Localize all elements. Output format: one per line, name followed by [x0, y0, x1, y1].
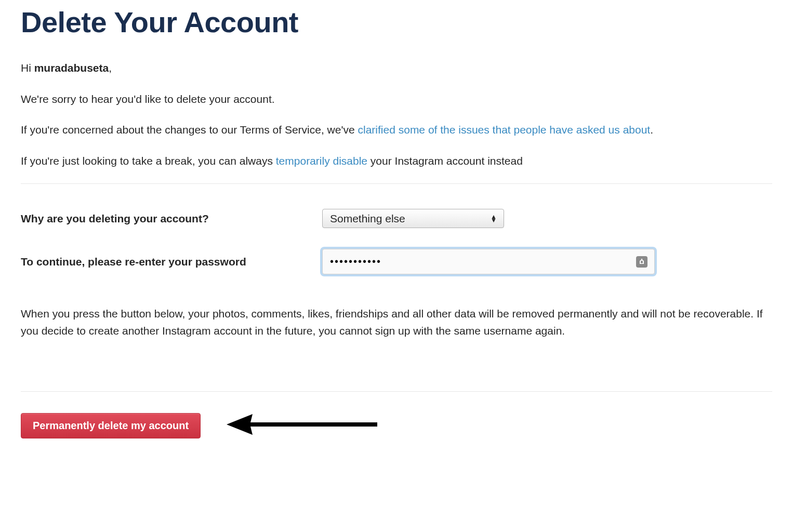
hi-prefix: Hi — [21, 62, 34, 74]
reason-label: Why are you deleting your account? — [21, 212, 322, 225]
reason-row: Why are you deleting your account? Somet… — [21, 209, 772, 228]
keychain-icon — [636, 256, 647, 268]
tos-suffix: . — [650, 124, 653, 136]
greeting-text: Hi muradabuseta, — [21, 60, 772, 76]
password-row: To continue, please re-enter your passwo… — [21, 249, 772, 274]
tos-clarification-link[interactable]: clarified some of the issues that people… — [358, 124, 651, 136]
reason-select-wrapper: Something else ▲▼ — [322, 209, 504, 228]
hi-suffix: , — [109, 62, 112, 74]
action-divider — [21, 391, 772, 392]
password-label: To continue, please re-enter your passwo… — [21, 256, 322, 268]
tos-prefix: If you're concerned about the changes to… — [21, 124, 358, 136]
warning-text: When you press the button below, your ph… — [21, 305, 772, 339]
break-prefix: If you're just looking to take a break, … — [21, 155, 276, 167]
password-wrapper — [322, 249, 655, 274]
reason-select[interactable]: Something else — [322, 209, 504, 228]
intro-section: Hi muradabuseta, We're sorry to hear you… — [21, 60, 772, 169]
break-text: If you're just looking to take a break, … — [21, 153, 772, 169]
sorry-text: We're sorry to hear you'd like to delete… — [21, 91, 772, 108]
break-suffix: your Instagram account instead — [367, 155, 523, 167]
page-title: Delete Your Account — [21, 5, 772, 39]
password-input[interactable] — [322, 249, 655, 274]
temporarily-disable-link[interactable]: temporarily disable — [276, 155, 367, 167]
tos-text: If you're concerned about the changes to… — [21, 122, 772, 138]
svg-marker-1 — [227, 414, 253, 435]
section-divider — [21, 183, 772, 184]
arrow-annotation-icon — [227, 411, 382, 440]
permanently-delete-button[interactable]: Permanently delete my account — [21, 413, 201, 438]
button-row: Permanently delete my account — [21, 411, 772, 440]
username: muradabuseta — [34, 62, 109, 74]
